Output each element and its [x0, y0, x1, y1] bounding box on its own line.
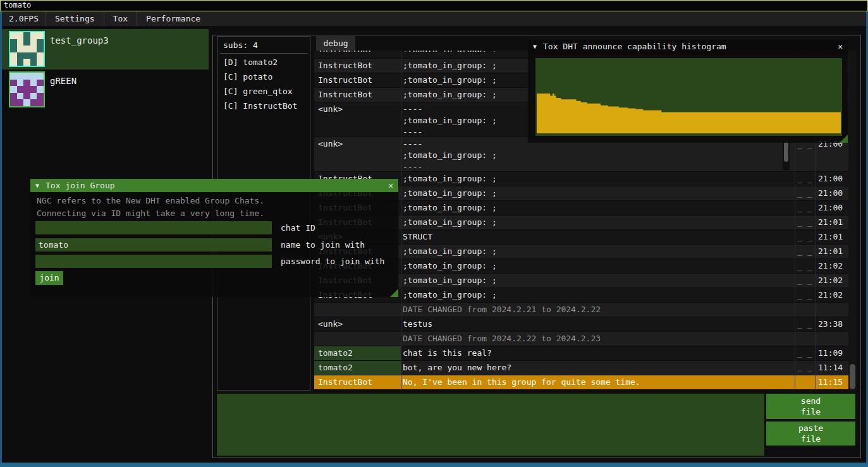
collapse-arrow-icon[interactable]: ▼ [533, 40, 537, 54]
avatar-pixel [10, 99, 17, 106]
avatar-pixel [30, 86, 37, 93]
message-row[interactable]: InstructBotNo, I've been in this group f… [314, 375, 848, 390]
timestamp: 23:38 [818, 317, 848, 331]
avatar-pixel [37, 45, 44, 52]
avatar-pixel [30, 93, 37, 100]
close-icon[interactable]: ✕ [838, 40, 843, 54]
histogram-window-titlebar[interactable]: ▼Tox DHT announce capability histogram ✕ [528, 40, 848, 54]
histogram-area-series [537, 58, 841, 133]
status-flags: d _ [797, 375, 816, 389]
group-item-gREEN[interactable]: gREEN [2, 70, 209, 110]
scrollbar-thumb[interactable] [784, 141, 788, 162]
member-item[interactable]: [C] potato [223, 71, 272, 85]
join-field-chat-id[interactable] [35, 221, 272, 234]
message-row[interactable]: tomato2bot, are you new here?_ _11:14 [314, 361, 848, 375]
join-field-label: name to join with [281, 240, 365, 250]
collapse-arrow-icon[interactable]: ▼ [35, 179, 39, 192]
join-field-label: chat ID [281, 223, 315, 233]
avatar-pixel [37, 32, 44, 39]
timestamp: 21:02 [818, 274, 848, 288]
paste-file-button[interactable]: paste file [766, 422, 855, 446]
message-text: ;tomato_in_group: ; [403, 274, 793, 288]
subs-count: subs: 4 [223, 40, 258, 50]
message-row[interactable]: <unk>testus_ _23:38 [314, 317, 848, 332]
avatar-pixel [30, 52, 37, 59]
message-text: ;tomato_in_group: ; [403, 245, 793, 258]
status-flags: _ _ [797, 230, 816, 244]
timestamp: 21:00 [818, 201, 848, 215]
avatar-pixel [30, 45, 37, 52]
close-icon[interactable]: ✕ [388, 179, 393, 192]
scrollbar-thumb[interactable] [850, 364, 855, 389]
group-item-test_group3[interactable]: test_group3 [2, 29, 209, 70]
message-text: ;tomato_in_group: ; [403, 201, 793, 215]
timestamp: 21:00 [818, 172, 848, 186]
member-item[interactable]: [C] InstructBot [223, 100, 297, 114]
avatar-pixel [17, 32, 24, 39]
menu-performance[interactable]: Performance [137, 14, 209, 23]
status-flags: _ _ [797, 172, 816, 186]
member-item[interactable]: [D] tomato2 [223, 56, 278, 71]
members-divider [220, 53, 307, 54]
message-cell-scrollbar[interactable] [783, 139, 790, 171]
sender-name: InstructBot [314, 375, 401, 389]
tab-debug[interactable]: debug [316, 36, 355, 51]
sender-name: <unk> [314, 317, 401, 331]
date-separator-row[interactable]: DATE CHANGED from 2024.2.21 to 2024.2.22 [314, 303, 848, 317]
chat-scrollbar[interactable] [848, 51, 857, 391]
member-item[interactable]: [C] green_qtox [223, 85, 293, 100]
avatar-pixel [23, 80, 30, 87]
resize-grip[interactable] [390, 289, 398, 297]
sender-name: InstructBot [314, 51, 401, 52]
message-text: STRUCT [403, 230, 793, 244]
window-frame [0, 463, 868, 467]
join-field-row: chat ID [35, 221, 398, 234]
sender-name: InstructBot [314, 73, 401, 87]
avatar-pixel [10, 80, 17, 87]
avatar-pixel [23, 93, 30, 100]
join-field-row: name to join with [35, 238, 398, 252]
avatar-pixel [23, 32, 30, 39]
join-field-name[interactable] [35, 238, 272, 252]
timestamp: 21:02 [818, 259, 848, 273]
message-input[interactable] [217, 394, 764, 456]
sender-name: InstructBot [314, 59, 401, 73]
sender-name: tomato2 [314, 361, 401, 375]
window-titlebar[interactable]: tomato [0, 0, 868, 11]
date-changed-text: DATE CHANGED from 2024.2.21 to 2024.2.22 [403, 303, 793, 317]
group-avatar [9, 71, 45, 107]
timestamp: 21:01 [818, 230, 848, 244]
dht-histogram-plot [535, 58, 842, 136]
avatar-pixel [23, 73, 30, 80]
window-title: tomato [4, 1, 31, 9]
status-flags: _ _ [797, 288, 816, 302]
avatar-pixel [23, 99, 30, 106]
histogram-window-title: Tox DHT announce capability histogram [543, 42, 726, 51]
status-flags: _ _ [797, 215, 816, 229]
menu-bar: 2.0FPS Settings Tox Performance [2, 11, 866, 26]
date-separator-row[interactable]: DATE CHANGED from 2024.2.22 to 2024.2.23 [314, 332, 848, 346]
menu-settings[interactable]: Settings [46, 14, 104, 23]
join-field-password[interactable] [35, 255, 272, 268]
join-button[interactable]: join [35, 271, 63, 285]
avatar-pixel [30, 39, 37, 46]
avatar-pixel [37, 93, 44, 100]
avatar-pixel [37, 86, 44, 93]
send-file-button[interactable]: send file [766, 394, 855, 419]
avatar-pixel [30, 32, 37, 39]
status-flags: _ _ [797, 201, 816, 215]
join-field-row: password to join with [35, 255, 398, 268]
join-window-titlebar[interactable]: ▼Tox join Group ✕ [30, 179, 398, 192]
timestamp: 11:14 [818, 361, 848, 375]
status-flags: _ _ [797, 317, 816, 331]
resize-grip[interactable] [840, 135, 848, 143]
window-frame [0, 11, 2, 467]
menu-tox[interactable]: Tox [104, 14, 137, 23]
timestamp: 21:02 [818, 288, 848, 302]
timestamp: 21:01 [818, 245, 848, 258]
avatar-pixel [10, 86, 17, 93]
message-row[interactable]: tomato2chat is this real?_ _11:09 [314, 346, 848, 361]
avatar-pixel [10, 93, 17, 100]
avatar-pixel [23, 45, 30, 52]
date-changed-text: DATE CHANGED from 2024.2.22 to 2024.2.23 [403, 332, 793, 346]
